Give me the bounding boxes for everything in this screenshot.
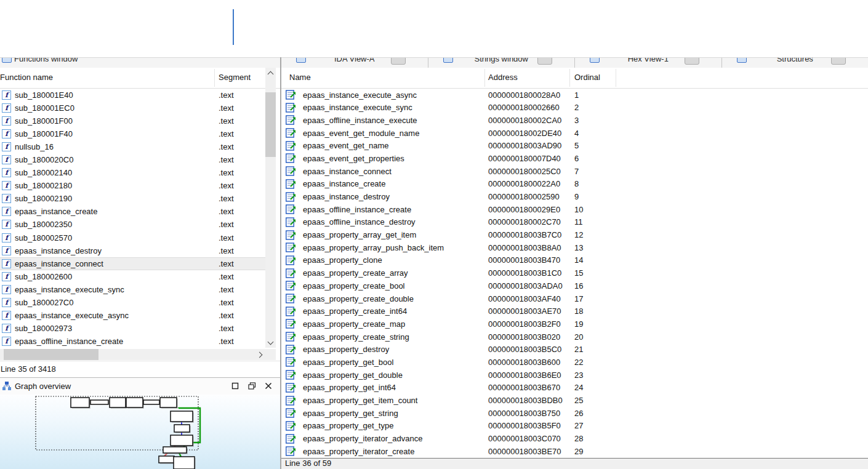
export-ordinal: 17 xyxy=(574,294,583,303)
column-header-address[interactable]: Address xyxy=(488,73,518,82)
export-row[interactable]: epaas_property_get_int64 000000018003B67… xyxy=(281,382,868,395)
function-row[interactable]: f sub_180002350 .text xyxy=(0,218,265,231)
export-row[interactable]: epaas_property_array_get_item 0000000180… xyxy=(281,229,868,242)
view-caption[interactable]: Strings window xyxy=(428,58,576,68)
export-row[interactable]: epaas_offline_instance_execute 000000018… xyxy=(281,114,868,127)
export-ordinal: 11 xyxy=(574,217,583,226)
export-row[interactable]: epaas_instance_destroy 0000000180002590 … xyxy=(281,191,868,204)
export-row[interactable]: epaas_property_destroy 000000018003B5C0 … xyxy=(281,343,868,356)
functions-vertical-scrollbar[interactable] xyxy=(265,68,276,348)
function-row[interactable]: f epaas_offline_instance_create .text xyxy=(0,335,265,348)
function-row[interactable]: f epaas_instance_execute_sync .text xyxy=(0,283,265,296)
function-row[interactable]: f sub_180001EC0 .text xyxy=(0,102,265,114)
export-icon xyxy=(286,166,296,176)
export-row[interactable]: epaas_property_array_push_back_item 0000… xyxy=(281,241,868,254)
caption-menu-button[interactable] xyxy=(391,58,406,65)
export-row[interactable]: epaas_property_get_double 000000018003B6… xyxy=(281,369,868,382)
function-row[interactable]: f epaas_instance_execute_async .text xyxy=(0,309,265,322)
function-row[interactable]: f sub_1800020C0 .text xyxy=(0,153,265,166)
function-row[interactable]: f sub_180002570 .text xyxy=(0,231,265,244)
caption-menu-button[interactable] xyxy=(831,58,846,65)
view-caption[interactable]: Hex View-1 xyxy=(575,58,722,68)
export-row[interactable]: epaas_property_create_int64 000000018003… xyxy=(281,305,868,318)
column-separator[interactable] xyxy=(616,69,616,87)
export-icon xyxy=(286,396,296,406)
export-row[interactable]: epaas_event_get_module_name 000000018002… xyxy=(281,127,868,140)
function-icon: f xyxy=(2,220,11,229)
function-row[interactable]: f nullsub_16 .text xyxy=(0,140,265,153)
export-ordinal: 19 xyxy=(574,319,583,329)
horizontal-scroll-thumb[interactable] xyxy=(4,349,98,360)
graph-overview-titlebar[interactable]: Graph overview xyxy=(0,377,280,395)
export-row[interactable]: epaas_property_get_item_count 0000000180… xyxy=(281,395,868,407)
column-separator[interactable] xyxy=(214,69,215,87)
function-name: sub_180001F00 xyxy=(15,116,73,126)
export-row[interactable]: epaas_property_create_string 00000001800… xyxy=(281,331,868,343)
export-name: epaas_property_destroy xyxy=(303,345,389,354)
function-row[interactable]: f sub_180002180 .text xyxy=(0,179,265,192)
function-row[interactable]: f sub_180001E40 .text xyxy=(0,89,265,102)
export-row[interactable]: epaas_property_create_map 000000018003B2… xyxy=(281,318,868,331)
export-row[interactable]: epaas_property_create_bool 000000018003A… xyxy=(281,279,868,292)
export-row[interactable]: epaas_property_create_double 00000001800… xyxy=(281,292,868,305)
caption-menu-button[interactable] xyxy=(537,58,552,65)
export-name: epaas_instance_connect xyxy=(303,167,392,176)
export-row[interactable]: epaas_property_iterator_advance 00000001… xyxy=(281,433,868,446)
graph-overview-canvas[interactable] xyxy=(0,395,280,469)
function-row[interactable]: f sub_180002973 .text xyxy=(0,322,265,335)
view-caption[interactable]: IDA View-A xyxy=(281,58,428,68)
export-address: 00000001800029E0 xyxy=(488,205,560,214)
column-header-function-name[interactable]: Function name xyxy=(0,73,53,82)
column-separator[interactable] xyxy=(484,69,485,87)
exports-panel: Name Address Ordinal xyxy=(281,68,868,458)
export-row[interactable]: epaas_instance_execute_async 00000001800… xyxy=(281,89,868,102)
export-row[interactable]: epaas_property_create_array 000000018003… xyxy=(281,267,868,280)
functions-window-caption[interactable]: Functions window xyxy=(0,58,280,68)
scroll-up-button[interactable] xyxy=(265,68,276,78)
export-row[interactable]: epaas_offline_instance_create 0000000180… xyxy=(281,203,868,216)
function-row[interactable]: f epaas_instance_destroy .text xyxy=(0,244,265,257)
export-row[interactable]: epaas_instance_create 00000001800022A0 8 xyxy=(281,178,868,191)
export-row[interactable]: epaas_offline_instance_destroy 000000018… xyxy=(281,216,868,229)
export-address: 000000018003B8A0 xyxy=(488,243,561,252)
function-row[interactable]: f sub_180001F00 .text xyxy=(0,114,265,127)
chevron-up-icon xyxy=(268,71,274,77)
export-row[interactable]: epaas_event_get_properties 0000000180007… xyxy=(281,152,868,165)
function-icon: f xyxy=(2,168,11,177)
function-row[interactable]: f sub_180001F40 .text xyxy=(0,127,265,140)
function-row[interactable]: f sub_1800027C0 .text xyxy=(0,296,265,309)
export-ordinal: 3 xyxy=(574,116,579,125)
restore-float-button[interactable] xyxy=(247,381,257,391)
close-icon[interactable] xyxy=(263,381,273,391)
function-row[interactable]: f sub_180002600 .text xyxy=(0,270,265,283)
export-address: 000000018003B6E0 xyxy=(488,371,561,380)
export-row[interactable]: epaas_property_get_type 000000018003B5F0… xyxy=(281,420,868,433)
export-row[interactable]: epaas_property_iterator_create 000000018… xyxy=(281,445,868,458)
maximize-button[interactable] xyxy=(230,381,240,391)
vertical-scroll-thumb[interactable] xyxy=(265,92,276,157)
function-row[interactable]: f epaas_instance_connect .text xyxy=(0,257,265,270)
export-ordinal: 18 xyxy=(574,307,583,316)
export-row[interactable]: epaas_instance_execute_sync 000000018000… xyxy=(281,102,868,114)
export-row[interactable]: epaas_property_get_string 000000018003B7… xyxy=(281,407,868,420)
export-address: 000000018003BDB0 xyxy=(488,396,563,405)
caption-menu-button[interactable] xyxy=(685,58,699,65)
export-row[interactable]: epaas_event_get_name 000000018003AD90 5 xyxy=(281,140,868,153)
view-caption[interactable]: Structures xyxy=(722,58,868,68)
column-header-name[interactable]: Name xyxy=(289,73,311,82)
scroll-right-button[interactable] xyxy=(255,349,265,360)
functions-horizontal-scrollbar[interactable] xyxy=(0,349,265,360)
export-row[interactable]: epaas_instance_connect 00000001800025C0 … xyxy=(281,165,868,178)
export-row[interactable]: epaas_property_get_bool 000000018003B600… xyxy=(281,356,868,369)
column-header-segment[interactable]: Segment xyxy=(219,73,251,82)
function-row[interactable]: f sub_180002190 .text xyxy=(0,192,265,205)
exports-status-line: Line 36 of 59 xyxy=(281,458,868,469)
column-separator[interactable] xyxy=(569,69,570,87)
export-icon xyxy=(286,268,296,278)
export-row[interactable]: epaas_property_clone 000000018003B470 14 xyxy=(281,254,868,267)
function-row[interactable]: f sub_180002140 .text xyxy=(0,166,265,179)
function-row[interactable]: f epaas_instance_create .text xyxy=(0,205,265,218)
export-ordinal: 23 xyxy=(574,371,583,380)
column-header-ordinal[interactable]: Ordinal xyxy=(574,73,600,82)
scroll-down-button[interactable] xyxy=(265,337,276,348)
